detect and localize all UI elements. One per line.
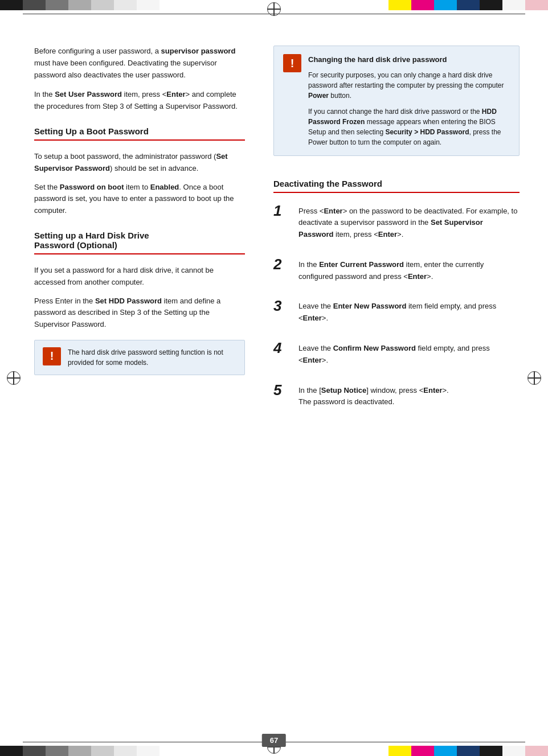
page-number-container: 67 bbox=[262, 736, 286, 745]
color-bar-bottom bbox=[0, 746, 548, 756]
section-boot-password-title: Setting Up a Boot Password bbox=[34, 126, 245, 136]
bottom-color-block-r7 bbox=[525, 746, 548, 756]
bottom-color-block-r2 bbox=[411, 746, 434, 756]
warning-box-hdd-change: ! Changing the hard disk drive password … bbox=[273, 46, 520, 156]
color-block-r4 bbox=[457, 0, 480, 10]
color-block-r3 bbox=[434, 0, 457, 10]
warning-box-hdd: ! The hard disk drive password setting f… bbox=[34, 340, 245, 375]
bottom-color-block-2 bbox=[23, 746, 46, 756]
color-block-r1 bbox=[388, 0, 411, 10]
hdd-text1: If you set a password for a hard disk dr… bbox=[34, 265, 245, 289]
hdd-text2: Press Enter in the Set HDD Password item… bbox=[34, 295, 245, 331]
intro-paragraph: Before configuring a user password, a su… bbox=[34, 46, 245, 81]
bottom-right-color-blocks bbox=[388, 746, 548, 756]
step-number-5: 5 bbox=[273, 383, 289, 397]
bottom-color-block-1 bbox=[0, 746, 23, 756]
warning-text-hdd: The hard disk drive password setting fun… bbox=[68, 347, 236, 368]
color-block-r6 bbox=[502, 0, 525, 10]
step-1: 1 Press <Enter> on the password to be de… bbox=[273, 203, 520, 241]
deactivating-section: Deactivating the Password 1 Press <Enter… bbox=[273, 179, 520, 409]
color-block-7 bbox=[137, 0, 160, 10]
step-text-4: Leave the Confirm New Password field emp… bbox=[298, 340, 520, 367]
section-divider-deactivating bbox=[273, 192, 520, 193]
bottom-left-color-blocks bbox=[0, 746, 160, 756]
step-number-3: 3 bbox=[273, 298, 289, 313]
warning-icon-change: ! bbox=[283, 54, 301, 72]
color-block-6 bbox=[114, 0, 137, 10]
bottom-color-block-3 bbox=[46, 746, 68, 756]
bottom-color-block-r4 bbox=[457, 746, 480, 756]
bottom-color-block-r1 bbox=[388, 746, 411, 756]
section-hdd-title: Setting up a Hard Disk DrivePassword (Op… bbox=[34, 231, 245, 250]
left-column: Before configuring a user password, a su… bbox=[0, 28, 262, 441]
step-number-4: 4 bbox=[273, 340, 289, 355]
section-deactivating-title: Deactivating the Password bbox=[273, 179, 520, 188]
warning-text-change: Changing the hard disk drive password Fo… bbox=[308, 54, 510, 147]
bottom-color-block-7 bbox=[137, 746, 160, 756]
registration-mark-right bbox=[527, 371, 541, 385]
color-block-r5 bbox=[480, 0, 502, 10]
color-block-5 bbox=[91, 0, 114, 10]
step-4: 4 Leave the Confirm New Password field e… bbox=[273, 340, 520, 367]
section-divider-1 bbox=[34, 139, 245, 141]
color-block-1 bbox=[0, 0, 23, 10]
bottom-color-block-4 bbox=[68, 746, 91, 756]
warning-icon-hdd: ! bbox=[43, 347, 61, 365]
step-text-2: In the Enter Current Password item, ente… bbox=[298, 257, 520, 283]
step-2: 2 In the Enter Current Password item, en… bbox=[273, 257, 520, 283]
right-color-blocks bbox=[388, 0, 548, 10]
steps-section: 1 Press <Enter> on the password to be de… bbox=[273, 203, 520, 409]
set-user-password-text: In the Set User Password item, press <En… bbox=[34, 89, 245, 113]
bottom-color-block-r6 bbox=[502, 746, 525, 756]
registration-mark-left bbox=[7, 371, 21, 385]
step-number-1: 1 bbox=[273, 203, 289, 218]
color-block-4 bbox=[68, 0, 91, 10]
main-content: Before configuring a user password, a su… bbox=[0, 0, 548, 475]
bottom-color-block-6 bbox=[114, 746, 137, 756]
boot-password-text1: To setup a boot password, the administra… bbox=[34, 151, 245, 175]
bottom-color-block-r3 bbox=[434, 746, 457, 756]
color-block-3 bbox=[46, 0, 68, 10]
color-block-r7 bbox=[525, 0, 548, 10]
top-border-line bbox=[23, 14, 525, 14]
step-text-1: Press <Enter> on the password to be deac… bbox=[298, 203, 520, 241]
warning-title-change: Changing the hard disk drive password bbox=[308, 54, 510, 65]
section-divider-2 bbox=[34, 253, 245, 254]
color-block-2 bbox=[23, 0, 46, 10]
color-block-r2 bbox=[411, 0, 434, 10]
boot-password-text2: Set the Password on boot item to Enabled… bbox=[34, 182, 245, 217]
step-text-5: In the [Setup Notice] window, press <Ent… bbox=[298, 383, 449, 409]
step-3: 3 Leave the Enter New Password item fiel… bbox=[273, 298, 520, 324]
step-text-3: Leave the Enter New Password item field … bbox=[298, 298, 520, 324]
bottom-color-block-5 bbox=[91, 746, 114, 756]
bottom-color-block-r5 bbox=[480, 746, 502, 756]
left-color-blocks bbox=[0, 0, 160, 10]
page-number: 67 bbox=[262, 734, 286, 747]
right-column: ! Changing the hard disk drive password … bbox=[262, 28, 548, 441]
step-5: 5 In the [Setup Notice] window, press <E… bbox=[273, 383, 520, 409]
step-number-2: 2 bbox=[273, 257, 289, 272]
